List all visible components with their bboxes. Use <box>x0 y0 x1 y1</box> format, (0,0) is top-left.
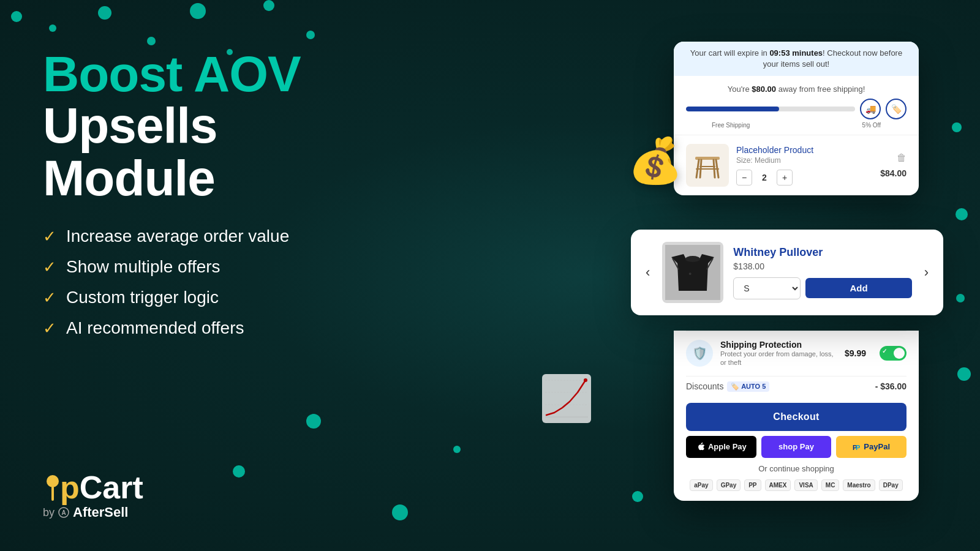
shipping-protection-info: Shipping Protection Protect your order f… <box>720 340 837 367</box>
headline-line2: Upsells <box>43 99 459 152</box>
shipping-icon-badge: 🚚 <box>860 99 881 119</box>
svg-point-0 <box>47 475 59 487</box>
upsell-add-button[interactable]: Add <box>805 278 911 298</box>
pullover-svg: ● <box>665 245 720 300</box>
headline-boost: Boost AOV <box>43 49 459 99</box>
svg-text:P: P <box>856 444 860 451</box>
small-pay-paypal-small: PP <box>744 479 761 491</box>
svg-point-9 <box>584 378 587 382</box>
progress-track <box>686 107 855 111</box>
discount-tag: 🏷️ AUTO 5 <box>727 381 769 392</box>
check-icon-2: ✓ <box>43 258 56 277</box>
left-content: Boost AOV Upsells Module ✓ Increase aver… <box>43 49 459 338</box>
dot-9 <box>233 465 245 478</box>
apple-pay-button[interactable]: Apple Pay <box>686 436 756 458</box>
sp-price: $9.99 <box>845 348 866 358</box>
upsell-product-name: Whitney Pullover <box>733 246 911 259</box>
features-list: ✓ Increase average order value ✓ Show mu… <box>43 227 459 338</box>
qty-increase-button[interactable]: + <box>777 170 793 186</box>
logo-pin-icon <box>43 471 62 503</box>
discounts-label: Discounts 🏷️ AUTO 5 <box>686 381 769 392</box>
cart-timer-text: Your cart will expire in <box>690 48 770 58</box>
stool-svg <box>690 148 725 182</box>
logo-cart-text: Cart <box>80 471 143 503</box>
cart-item-right: 🗑 $84.00 <box>880 152 907 178</box>
apple-icon <box>696 442 706 452</box>
dot-13 <box>956 294 965 302</box>
cart-item-price: $84.00 <box>880 168 907 178</box>
dot-11 <box>952 122 962 132</box>
shipping-bar: You're $80.00 away from free shipping! 🚚… <box>674 76 919 135</box>
small-pay-google: GPay <box>717 479 741 491</box>
svg-point-18 <box>685 256 700 262</box>
upsell-prev-button[interactable]: ‹ <box>643 262 652 283</box>
sp-title: Shipping Protection <box>720 340 837 350</box>
checkout-button[interactable]: Checkout <box>686 403 907 431</box>
cart-item-details: Placeholder Product Size: Medium − 2 + <box>736 145 873 186</box>
paypal-button[interactable]: P P PayPal <box>836 436 907 458</box>
cart-item-controls: − 2 + <box>736 170 873 186</box>
toggle-knob <box>894 348 905 359</box>
upsell-card: ‹ ● Whitney Pullover $138.00 XS S M L XL <box>631 230 943 315</box>
logo-up-text: p <box>43 471 80 503</box>
svg-text:A: A <box>61 509 66 516</box>
apple-pay-label: Apple Pay <box>708 442 747 451</box>
discount-tag-text: AUTO 5 <box>741 383 766 390</box>
check-icon-3: ✓ <box>43 288 56 307</box>
dot-1 <box>11 11 22 22</box>
discounts-row: Discounts 🏷️ AUTO 5 - $36.00 <box>686 376 907 397</box>
shop-pay-button[interactable]: shop Pay <box>761 436 832 458</box>
upsell-size-select[interactable]: XS S M L XL <box>733 277 801 299</box>
cart-item-image <box>686 144 729 187</box>
shipping-protection-toggle[interactable] <box>880 346 907 361</box>
dot-7 <box>263 0 274 11</box>
upsell-product-image: ● <box>662 242 723 303</box>
dot-4 <box>147 37 156 45</box>
payment-methods: Apple Pay shop Pay P P PayPal <box>686 436 907 458</box>
progress-labels: Free Shipping 5% Off <box>686 122 907 129</box>
small-pay-dpay: DPay <box>879 479 903 491</box>
shipping-bar-text: You're $80.00 away from free shipping! <box>686 84 907 94</box>
upsell-info: Whitney Pullover $138.00 XS S M L XL Add <box>733 246 911 299</box>
feature-item-3: ✓ Custom trigger logic <box>43 288 459 307</box>
feature-text-1: Increase average order value <box>66 227 289 246</box>
dot-5 <box>190 3 206 19</box>
small-pay-amex: AMEX <box>765 479 791 491</box>
five-off-label: 5% Off <box>862 122 881 129</box>
feature-item-4: ✓ AI recommended offers <box>43 318 459 338</box>
chart-decoration <box>539 371 594 429</box>
paypal-label: PayPal <box>864 442 890 451</box>
progress-container: 🚚 🏷️ <box>686 99 907 119</box>
small-pay-maestro: Maestro <box>843 479 875 491</box>
feature-item-2: ✓ Show multiple offers <box>43 257 459 277</box>
dot-3 <box>98 6 111 20</box>
paypal-icon: P P <box>853 443 861 451</box>
shipping-protection-icon: 🛡️ <box>686 340 713 367</box>
continue-shopping-link[interactable]: Or continue shopping <box>686 464 907 473</box>
logo-block: p Cart by A AfterSell <box>43 471 143 520</box>
money-bag-decoration: 💰 <box>628 135 683 187</box>
dot-2 <box>49 24 56 32</box>
delete-icon[interactable]: 🗑 <box>897 152 907 163</box>
discount-icon-badge: 🏷️ <box>886 99 907 119</box>
cart-item-size: Size: Medium <box>736 156 873 165</box>
chart-svg <box>539 371 594 426</box>
cart-timer-bold: 09:53 minutes <box>769 48 823 58</box>
small-payment-icons: aPay GPay PP AMEX VISA MC Maestro DPay <box>686 479 907 491</box>
small-pay-mastercard: MC <box>821 479 840 491</box>
cart-lower-section: 🛡️ Shipping Protection Protect your orde… <box>674 331 919 501</box>
shipping-prefix: You're <box>728 84 752 94</box>
shipping-amount: $80.00 <box>752 84 776 94</box>
cart-item-name: Placeholder Product <box>736 145 873 155</box>
check-icon-4: ✓ <box>43 319 56 338</box>
dot-15 <box>632 491 643 502</box>
logo-row: p Cart <box>43 471 143 503</box>
dot-17 <box>453 446 461 453</box>
headline-line1: Boost AOV <box>43 46 301 102</box>
discounts-text: Discounts <box>686 381 723 391</box>
upsell-product-price: $138.00 <box>733 261 911 271</box>
dot-8 <box>306 31 315 39</box>
qty-decrease-button[interactable]: − <box>736 170 752 186</box>
upsell-next-button[interactable]: › <box>922 262 931 283</box>
check-icon-1: ✓ <box>43 227 56 246</box>
